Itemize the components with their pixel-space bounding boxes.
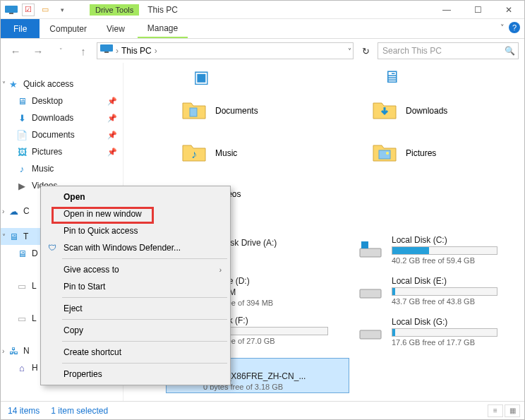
svg-rect-4 <box>190 108 197 116</box>
music-icon: ♪ <box>16 163 28 174</box>
separator <box>62 258 227 259</box>
status-bar: 14 items 1 item selected ≡ ▦ <box>1 401 524 419</box>
homegroup-icon: ⌂ <box>16 362 28 373</box>
svg-rect-1 <box>9 13 13 14</box>
monitor-icon <box>100 44 113 57</box>
drive-capacity-bar <box>392 287 497 296</box>
search-input[interactable]: Search This PC 🔍 <box>378 42 519 59</box>
folder-icon <box>370 97 399 125</box>
refresh-button[interactable]: ↻ <box>358 43 373 59</box>
folder-documents[interactable]: Documents <box>180 97 258 125</box>
folder-downloads[interactable]: Downloads <box>370 97 447 125</box>
drive-tools-contextual-tab: Drive Tools <box>90 4 139 16</box>
folder-3d-objects[interactable]: ▣ <box>187 63 215 91</box>
drive-name: Local Disk (G:) <box>392 317 519 327</box>
minimize-button[interactable]: — <box>431 1 462 19</box>
drive-name: Local Disk (C:) <box>392 235 519 245</box>
qat-new-folder-icon[interactable]: ▭ <box>39 4 52 16</box>
ribbon-tab-view[interactable]: View <box>97 20 135 37</box>
folder-desktop[interactable]: 🖥 <box>378 63 406 91</box>
svg-rect-2 <box>100 44 113 52</box>
folder-label: Downloads <box>406 106 447 116</box>
ribbon-tab-manage[interactable]: Manage <box>138 20 188 38</box>
folder-label: Pictures <box>406 148 436 158</box>
back-button[interactable]: ← <box>6 42 25 60</box>
svg-rect-13 <box>360 330 381 339</box>
help-icon[interactable]: ? <box>509 22 520 33</box>
context-menu-eject[interactable]: Eject <box>42 300 229 317</box>
qat-dropdown-icon[interactable]: ▾ <box>56 4 68 16</box>
status-item-count: 14 items <box>8 406 40 416</box>
svg-point-7 <box>386 152 389 155</box>
chevron-right-icon: › <box>2 208 4 215</box>
drive-free: 43.7 GB free of 43.8 GB <box>392 297 519 306</box>
drive-c[interactable]: Local Disk (C:) 40.2 GB free of 59.4 GB <box>356 235 519 265</box>
sidebar-item-desktop[interactable]: 🖥Desktop📌 <box>1 92 123 109</box>
folder-music[interactable]: ♪ Music <box>180 139 237 167</box>
pin-icon: 📌 <box>107 114 117 123</box>
context-menu-copy[interactable]: Copy <box>42 322 229 339</box>
pin-icon: 📌 <box>107 131 117 140</box>
ribbon: File Computer View Manage ˅ ? <box>1 19 524 39</box>
ribbon-collapse-icon[interactable]: ˅ <box>500 23 505 32</box>
context-menu-properties[interactable]: Properties <box>42 366 229 383</box>
recent-dropdown[interactable]: ˅ <box>52 42 70 60</box>
drive-icon <box>356 318 385 346</box>
folder-label: Documents <box>215 106 258 116</box>
picture-icon: 🖼 <box>16 146 28 157</box>
ribbon-file-tab[interactable]: File <box>1 19 40 38</box>
cube-icon: ▣ <box>193 67 210 87</box>
chevron-right-icon: › <box>219 266 222 274</box>
qat-properties-icon[interactable]: ☑ <box>22 4 35 16</box>
up-button[interactable]: ↑ <box>74 42 92 60</box>
search-icon: 🔍 <box>505 46 515 56</box>
sidebar-item-label: Quick access <box>23 79 73 89</box>
separator <box>62 297 227 298</box>
shield-icon: 🛡 <box>47 242 58 253</box>
drive-free: 17.6 GB free of 17.7 GB <box>392 338 519 347</box>
svg-rect-6 <box>379 150 390 159</box>
svg-rect-0 <box>5 6 18 13</box>
context-menu-pin-quick-access[interactable]: Pin to Quick access <box>42 222 229 239</box>
drive-capacity-bar <box>392 328 497 337</box>
forward-button[interactable]: → <box>29 42 47 60</box>
separator <box>62 341 227 342</box>
context-menu-open-new-window[interactable]: Open in new window <box>42 205 229 222</box>
sidebar-item-music[interactable]: ♪Music <box>1 160 123 177</box>
ribbon-tab-computer[interactable]: Computer <box>40 20 97 37</box>
breadcrumb-dropdown-icon[interactable]: ˅ <box>348 47 351 55</box>
sidebar-quick-access[interactable]: ˅ ★ Quick access <box>1 76 123 92</box>
separator <box>62 363 227 364</box>
sidebar-item-documents[interactable]: 📄Documents📌 <box>1 126 123 143</box>
status-selected-count: 1 item selected <box>51 406 108 416</box>
folder-icon <box>370 139 399 167</box>
context-menu-open[interactable]: Open <box>42 188 229 205</box>
sidebar-item-pictures[interactable]: 🖼Pictures📌 <box>1 143 123 160</box>
drive-e[interactable]: Local Disk (E:) 43.7 GB free of 43.8 GB <box>356 276 519 306</box>
svg-rect-11 <box>361 241 368 248</box>
sidebar-item-downloads[interactable]: ⬇Downloads📌 <box>1 109 123 126</box>
drive-icon <box>356 277 385 305</box>
drive-icon: ▭ <box>16 313 28 324</box>
folder-icon: ♪ <box>180 139 208 167</box>
context-menu-pin-start[interactable]: Pin to Start <box>42 278 229 295</box>
drive-free: 40.2 GB free of 59.4 GB <box>392 256 519 265</box>
window-title: This PC <box>147 5 178 15</box>
folder-pictures[interactable]: Pictures <box>370 139 436 167</box>
context-menu-windows-defender[interactable]: 🛡Scan with Windows Defender... <box>42 239 229 256</box>
drive-capacity-bar <box>392 246 497 255</box>
address-bar-row: ← → ˅ ↑ › This PC › ˅ ↻ Search This PC 🔍 <box>1 39 524 63</box>
icons-view-button[interactable]: ▦ <box>505 404 520 417</box>
details-view-button[interactable]: ≡ <box>488 404 503 417</box>
document-icon: 📄 <box>16 129 28 140</box>
close-button[interactable]: ✕ <box>493 1 524 19</box>
context-menu-give-access[interactable]: Give access to› <box>42 261 229 278</box>
maximize-button[interactable]: ☐ <box>462 1 493 19</box>
drive-g[interactable]: Local Disk (G:) 17.6 GB free of 17.7 GB <box>356 317 519 347</box>
breadcrumb[interactable]: › This PC › ˅ <box>97 42 354 59</box>
pin-icon: 📌 <box>107 97 117 106</box>
breadcrumb-segment[interactable]: This PC <box>121 46 152 56</box>
svg-text:♪: ♪ <box>191 148 197 160</box>
context-menu-create-shortcut[interactable]: Create shortcut <box>42 344 229 361</box>
svg-rect-3 <box>104 52 109 53</box>
